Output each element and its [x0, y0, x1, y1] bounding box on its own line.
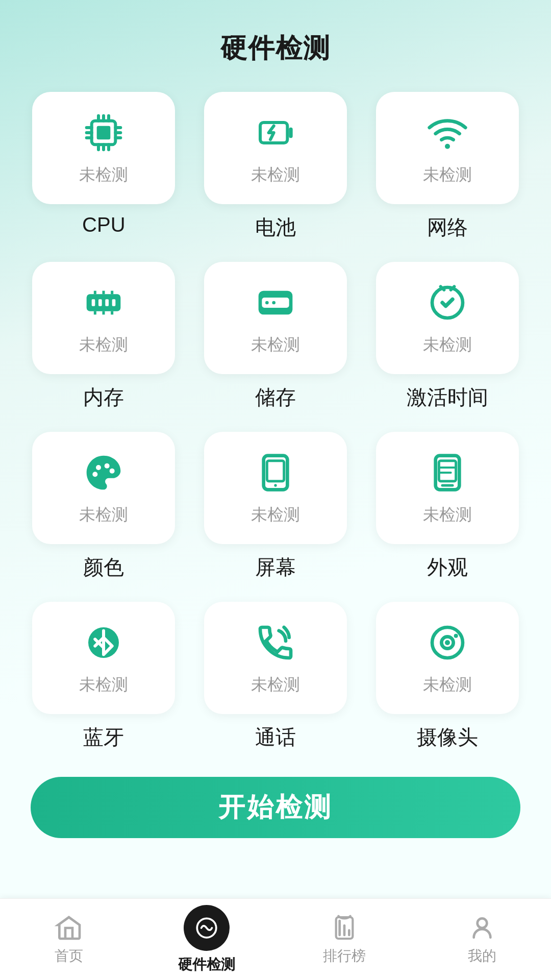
- storage-label: 储存: [255, 383, 296, 411]
- battery-label: 电池: [255, 213, 296, 241]
- svg-point-41: [274, 484, 277, 486]
- card-camera[interactable]: 未检测: [376, 602, 519, 714]
- tab-hardware-label: 硬件检测: [178, 955, 235, 974]
- bluetooth-label: 蓝牙: [83, 723, 124, 751]
- tab-hardware[interactable]: 硬件检测: [138, 905, 276, 974]
- svg-point-36: [96, 465, 101, 470]
- cpu-icon: [81, 110, 127, 156]
- svg-point-37: [105, 463, 110, 469]
- screen-status: 未检测: [251, 504, 300, 526]
- appearance-label: 外观: [427, 553, 468, 581]
- appearance-status: 未检测: [423, 504, 472, 526]
- card-call[interactable]: 未检测: [204, 602, 347, 714]
- call-status: 未检测: [251, 674, 300, 696]
- bluetooth-icon: [81, 620, 127, 666]
- hardware-active-bg: [184, 905, 230, 951]
- clock-check-icon: [424, 280, 470, 326]
- cpu-status: 未检测: [79, 164, 128, 186]
- grid-item-battery[interactable]: 未检测 电池: [203, 92, 349, 241]
- camera-icon: [424, 620, 470, 666]
- tab-home[interactable]: 首页: [0, 914, 138, 966]
- mine-icon: [468, 914, 496, 942]
- memory-label: 内存: [83, 383, 124, 411]
- battery-status: 未检测: [251, 164, 300, 186]
- grid-item-camera[interactable]: 未检测 摄像头: [374, 602, 520, 751]
- svg-rect-40: [267, 461, 284, 481]
- card-memory[interactable]: 未检测: [32, 262, 175, 374]
- appearance-icon: [424, 450, 470, 496]
- card-network[interactable]: 未检测: [376, 92, 519, 204]
- main-content: 硬件检测: [0, 0, 551, 961]
- color-label: 颜色: [83, 553, 124, 581]
- svg-rect-18: [92, 299, 95, 306]
- card-activation[interactable]: 未检测: [376, 262, 519, 374]
- svg-point-54: [478, 918, 487, 928]
- wifi-icon: [424, 110, 470, 156]
- color-status: 未检测: [79, 504, 128, 526]
- ranking-icon: [330, 914, 359, 942]
- svg-rect-43: [439, 461, 456, 481]
- call-icon: [253, 620, 298, 666]
- activation-label: 激活时间: [407, 383, 488, 411]
- network-status: 未检测: [423, 164, 472, 186]
- svg-point-38: [110, 469, 115, 474]
- camera-label: 摄像头: [417, 723, 478, 751]
- card-battery[interactable]: 未检测: [204, 92, 347, 204]
- memory-status: 未检测: [79, 334, 128, 356]
- grid-item-storage[interactable]: 未检测 储存: [203, 262, 349, 411]
- tab-ranking[interactable]: 排行榜: [276, 914, 413, 966]
- screen-label: 屏幕: [255, 553, 296, 581]
- grid-item-call[interactable]: 未检测 通话: [203, 602, 349, 751]
- grid-item-color[interactable]: 未检测 颜色: [31, 432, 177, 581]
- tab-mine-label: 我的: [468, 946, 496, 966]
- svg-point-35: [93, 472, 98, 477]
- card-screen[interactable]: 未检测: [204, 432, 347, 544]
- card-bluetooth[interactable]: 未检测: [32, 602, 175, 714]
- storage-icon: [253, 280, 298, 326]
- home-icon: [55, 914, 83, 942]
- card-appearance[interactable]: 未检测: [376, 432, 519, 544]
- tab-ranking-label: 排行榜: [323, 946, 366, 966]
- svg-point-16: [445, 144, 450, 149]
- svg-point-31: [272, 301, 276, 305]
- tab-bar: 首页 硬件检测 排行榜: [0, 898, 551, 980]
- svg-rect-19: [98, 299, 102, 306]
- palette-icon: [81, 450, 127, 496]
- activation-status: 未检测: [423, 334, 472, 356]
- card-color[interactable]: 未检测: [32, 432, 175, 544]
- bluetooth-status: 未检测: [79, 674, 128, 696]
- call-label: 通话: [255, 723, 296, 751]
- camera-status: 未检测: [423, 674, 472, 696]
- svg-rect-1: [97, 126, 111, 140]
- card-cpu[interactable]: 未检测: [32, 92, 175, 204]
- grid-item-network[interactable]: 未检测 网络: [374, 92, 520, 241]
- battery-icon: [253, 110, 298, 156]
- grid-item-memory[interactable]: 未检测 内存: [31, 262, 177, 411]
- page-title: 硬件检测: [220, 31, 331, 66]
- tab-home-label: 首页: [55, 946, 83, 966]
- svg-point-30: [265, 301, 269, 305]
- svg-point-51: [454, 634, 458, 638]
- storage-status: 未检测: [251, 334, 300, 356]
- memory-icon: [81, 280, 127, 326]
- grid-item-screen[interactable]: 未检测 屏幕: [203, 432, 349, 581]
- grid-item-bluetooth[interactable]: 未检测 蓝牙: [31, 602, 177, 751]
- svg-point-50: [445, 640, 450, 645]
- network-label: 网络: [427, 213, 468, 241]
- grid-item-appearance[interactable]: 未检测 外观: [374, 432, 520, 581]
- hardware-grid: 未检测 CPU 未检测 电池: [31, 92, 520, 751]
- tab-mine[interactable]: 我的: [413, 914, 551, 966]
- card-storage[interactable]: 未检测: [204, 262, 347, 374]
- screen-icon: [253, 450, 298, 496]
- svg-rect-21: [112, 299, 116, 306]
- start-detection-button[interactable]: 开始检测: [31, 777, 520, 838]
- svg-rect-20: [106, 299, 109, 306]
- cpu-label: CPU: [82, 213, 125, 236]
- grid-item-cpu[interactable]: 未检测 CPU: [31, 92, 177, 241]
- grid-item-activation[interactable]: 未检测 激活时间: [374, 262, 520, 411]
